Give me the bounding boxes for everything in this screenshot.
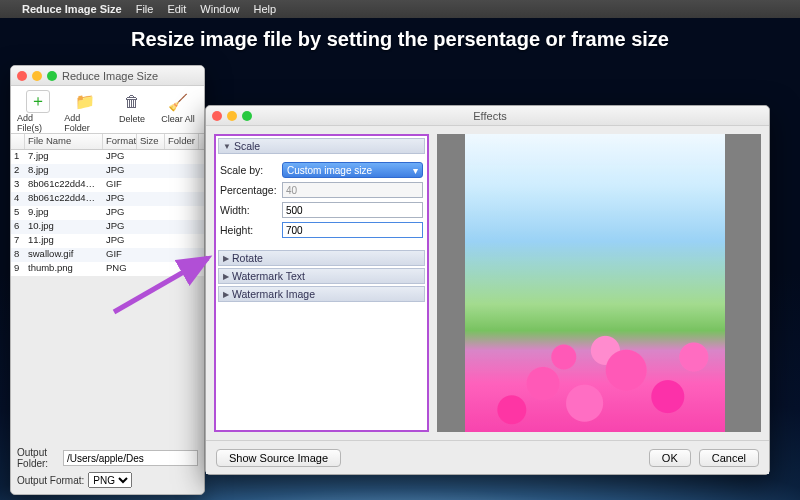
file-table[interactable]: 17.jpgJPG28.jpgJPG38b061c22dd4583…GIF48b… [11,150,204,276]
section-rotate-header[interactable]: ▶ Rotate [218,250,425,266]
table-header[interactable]: File Name Format Size Folder [11,134,204,150]
percentage-stepper[interactable] [282,182,423,198]
output-section: Output Folder: Output Format: PNG [17,444,198,488]
output-format-select[interactable]: PNG [88,472,132,488]
effects-titlebar[interactable]: Effects [206,106,769,126]
height-label: Height: [220,224,282,236]
delete-icon: 🗑 [120,90,144,114]
chevron-up-down-icon: ▾ [413,165,418,176]
output-folder-label: Output Folder: [17,447,59,469]
add-files-button[interactable]: ＋ Add File(s) [17,90,58,133]
percentage-label: Percentage: [220,184,282,196]
table-row[interactable]: 59.jpgJPG [11,206,204,220]
section-watermark-image-header[interactable]: ▶ Watermark Image [218,286,425,302]
main-toolbar: ＋ Add File(s) 📁 Add Folder 🗑 Delete 🧹 Cl… [11,86,204,134]
output-format-label: Output Format: [17,475,84,486]
scale-by-label: Scale by: [220,164,282,176]
menu-file[interactable]: File [136,3,154,15]
output-folder-field[interactable] [63,450,198,466]
section-scale-body: Scale by: Custom image size ▾ Percentage… [218,154,425,248]
table-row[interactable]: 8swallow.gifGIF [11,248,204,262]
preview-pane [437,134,761,432]
width-stepper[interactable] [282,202,423,218]
settings-panel: ▼ Scale Scale by: Custom image size ▾ Pe… [214,134,429,432]
width-label: Width: [220,204,282,216]
table-row[interactable]: 28.jpgJPG [11,164,204,178]
effects-footer: Show Source Image OK Cancel [206,440,769,474]
window-title: Reduce Image Size [22,70,198,82]
disclosure-down-icon: ▼ [223,142,231,151]
height-stepper[interactable] [282,222,423,238]
menu-edit[interactable]: Edit [167,3,186,15]
disclosure-right-icon: ▶ [223,254,229,263]
main-window: Reduce Image Size ＋ Add File(s) 📁 Add Fo… [10,65,205,495]
add-file-icon: ＋ [26,90,50,113]
col-size[interactable]: Size [137,134,165,149]
preview-image [465,134,725,432]
col-format[interactable]: Format [103,134,137,149]
clear-all-button[interactable]: 🧹 Clear All [158,90,198,133]
disclosure-right-icon: ▶ [223,290,229,299]
system-menubar: Reduce Image Size File Edit Window Help [0,0,800,18]
col-filename[interactable]: File Name [25,134,103,149]
section-watermark-text-header[interactable]: ▶ Watermark Text [218,268,425,284]
delete-button[interactable]: 🗑 Delete [112,90,152,133]
add-folder-icon: 📁 [73,90,97,113]
col-folder[interactable]: Folder [165,134,199,149]
promo-tagline: Resize image file by setting the persent… [0,28,800,51]
menu-help[interactable]: Help [253,3,276,15]
table-row[interactable]: 38b061c22dd4583…GIF [11,178,204,192]
disclosure-right-icon: ▶ [223,272,229,281]
show-source-button[interactable]: Show Source Image [216,449,341,467]
table-row[interactable]: 711.jpgJPG [11,234,204,248]
clear-icon: 🧹 [166,90,190,114]
section-scale-header[interactable]: ▼ Scale [218,138,425,154]
effects-title: Effects [217,110,763,122]
main-titlebar[interactable]: Reduce Image Size [11,66,204,86]
cancel-button[interactable]: Cancel [699,449,759,467]
menu-window[interactable]: Window [200,3,239,15]
app-menu[interactable]: Reduce Image Size [22,3,122,15]
scale-by-select[interactable]: Custom image size ▾ [282,162,423,178]
add-folder-button[interactable]: 📁 Add Folder [64,90,106,133]
table-row[interactable]: 610.jpgJPG [11,220,204,234]
table-row[interactable]: 48b061c22dd4583…JPG [11,192,204,206]
table-row[interactable]: 9thumb.pngPNG [11,262,204,276]
table-row[interactable]: 17.jpgJPG [11,150,204,164]
effects-dialog: Effects ▼ Scale Scale by: Custom image s… [205,105,770,475]
ok-button[interactable]: OK [649,449,691,467]
